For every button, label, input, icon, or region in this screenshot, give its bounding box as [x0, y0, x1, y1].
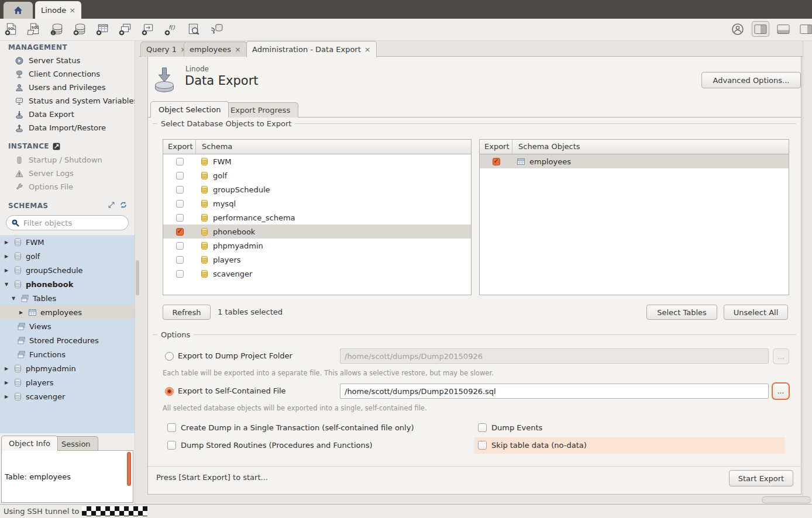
- browse-file-button[interactable]: ...: [772, 382, 790, 400]
- refresh-schemas-icon[interactable]: [119, 201, 128, 209]
- schema-row[interactable]: groupSchedule: [163, 182, 471, 196]
- create-view-icon[interactable]: [118, 21, 133, 37]
- export-checkbox[interactable]: [176, 242, 184, 250]
- export-checkbox-checked[interactable]: [493, 158, 500, 165]
- server-logs-icon: [15, 170, 23, 178]
- tree-item-stored-procedures-folder[interactable]: Stored Procedures: [0, 333, 135, 347]
- tree-item-schema[interactable]: ▶groupSchedule: [0, 263, 135, 277]
- sidebar: MANAGEMENT Server Status Client Connecti…: [0, 41, 135, 504]
- notifications-icon[interactable]: [729, 21, 746, 37]
- tree-item-schema[interactable]: ▶golf: [0, 249, 135, 263]
- tab-object-selection[interactable]: Object Selection: [150, 101, 229, 118]
- export-checkbox[interactable]: [176, 200, 184, 208]
- toggle-sidebar-button[interactable]: [752, 21, 769, 37]
- filter-objects-input[interactable]: [23, 219, 123, 227]
- schema-row[interactable]: golf: [163, 168, 471, 182]
- toggle-output-panel-button[interactable]: [775, 21, 792, 37]
- create-table-icon[interactable]: [95, 21, 110, 37]
- sidebar-item-users-privileges[interactable]: Users and Privileges: [0, 81, 135, 94]
- schema-table-header: Export Schema: [163, 140, 471, 154]
- self-contained-path-input[interactable]: [340, 384, 769, 399]
- create-function-icon[interactable]: f(): [163, 21, 178, 37]
- connection-tab[interactable]: Linode ×: [35, 1, 81, 19]
- expander-icon[interactable]: ▶: [3, 240, 10, 245]
- schema-icon: [13, 266, 22, 275]
- tab-object-info[interactable]: Object Info: [1, 436, 58, 451]
- expander-icon[interactable]: ▶: [3, 366, 10, 371]
- single-transaction-checkbox[interactable]: [167, 423, 176, 432]
- schema-row[interactable]: FWM: [163, 154, 471, 168]
- schema-row-selected[interactable]: phonebook: [163, 225, 471, 239]
- search-table-data-icon[interactable]: [186, 21, 201, 37]
- toggle-secondary-sidebar-button[interactable]: [797, 21, 812, 37]
- sidebar-item-data-export[interactable]: Data Export: [0, 108, 135, 121]
- create-procedure-icon[interactable]: [140, 21, 156, 37]
- reconnect-db-icon[interactable]: [209, 21, 224, 37]
- expander-icon[interactable]: ▶: [3, 394, 10, 399]
- dump-project-folder-radio[interactable]: [165, 352, 174, 361]
- advanced-options-button[interactable]: Advanced Options...: [701, 72, 801, 88]
- expander-icon[interactable]: ▶: [3, 254, 10, 259]
- tree-item-schema[interactable]: ▶players: [0, 375, 135, 389]
- schema-row[interactable]: scavenger: [163, 267, 471, 281]
- tab-session[interactable]: Session: [54, 436, 98, 451]
- tree-item-schema-phonebook[interactable]: ▼phonebook: [0, 277, 135, 291]
- expander-icon[interactable]: ▶: [3, 380, 10, 385]
- export-checkbox-checked[interactable]: [176, 228, 184, 236]
- tab-employees[interactable]: employees×: [184, 42, 247, 57]
- sidebar-item-server-status[interactable]: Server Status: [0, 54, 135, 67]
- main-horizontal-scrollbar-thumb[interactable]: [762, 496, 811, 503]
- tree-item-views-folder[interactable]: Views: [0, 319, 135, 333]
- open-sql-script-icon[interactable]: SQL: [26, 21, 42, 37]
- start-export-button[interactable]: Start Export: [729, 470, 793, 486]
- export-checkbox[interactable]: [176, 158, 184, 165]
- tree-item-functions-folder[interactable]: Functions: [0, 347, 135, 361]
- expander-icon[interactable]: ▶: [18, 310, 25, 315]
- schema-row[interactable]: phpmyadmin: [163, 239, 471, 253]
- schema-row[interactable]: mysql: [163, 196, 471, 210]
- functions-folder-icon: [17, 350, 26, 359]
- expander-icon[interactable]: ▼: [3, 282, 10, 287]
- status-bar-text: Using SSH tunnel to: [4, 507, 80, 516]
- refresh-button[interactable]: Refresh: [163, 305, 211, 320]
- export-checkbox[interactable]: [176, 256, 184, 264]
- expand-schemas-icon[interactable]: [108, 201, 115, 209]
- schema-row[interactable]: performance_schema: [163, 210, 471, 225]
- tree-item-table-employees[interactable]: ▶employees: [0, 305, 135, 319]
- self-contained-file-radio[interactable]: [165, 387, 174, 396]
- tab-administration-data-export[interactable]: Administration - Data Export×: [246, 41, 377, 57]
- schema-inspector-icon[interactable]: i: [49, 21, 64, 37]
- expander-icon[interactable]: ▶: [3, 268, 10, 273]
- new-sql-tab-icon[interactable]: SQL: [4, 21, 19, 37]
- sidebar-item-data-import[interactable]: Data Import/Restore: [0, 121, 135, 134]
- export-checkbox[interactable]: [176, 214, 184, 222]
- tree-item-schema[interactable]: ▶scavenger: [0, 389, 135, 403]
- dump-events-checkbox[interactable]: [478, 423, 487, 432]
- sidebar-item-status-variables[interactable]: Status and System Variables: [0, 94, 135, 108]
- select-tables-button[interactable]: Select Tables: [646, 305, 717, 320]
- expander-icon[interactable]: ▼: [10, 296, 17, 301]
- skip-table-data-checkbox[interactable]: [478, 441, 487, 450]
- sidebar-item-client-connections[interactable]: Client Connections: [0, 67, 135, 81]
- close-icon[interactable]: ×: [69, 6, 75, 15]
- create-schema-icon[interactable]: [72, 21, 87, 37]
- export-checkbox[interactable]: [176, 186, 184, 194]
- tree-item-schema[interactable]: ▶phpmyadmin: [0, 361, 135, 375]
- dump-stored-routines-checkbox[interactable]: [167, 441, 176, 450]
- client-connections-icon: [15, 70, 23, 78]
- schema-row[interactable]: players: [163, 253, 471, 267]
- object-info-scrollbar-thumb[interactable]: [127, 452, 131, 486]
- tree-item-tables-folder[interactable]: ▼Tables: [0, 291, 135, 305]
- svg-text:i: i: [53, 30, 54, 36]
- main-vertical-scrollbar-track[interactable]: [803, 41, 812, 504]
- tab-export-progress[interactable]: Export Progress: [222, 102, 298, 118]
- home-tab[interactable]: [4, 2, 33, 19]
- connection-name: Linode: [185, 65, 209, 73]
- tree-item-schema[interactable]: ▶FWM: [0, 235, 135, 249]
- object-row-selected[interactable]: employees: [480, 154, 789, 168]
- export-checkbox[interactable]: [176, 172, 184, 179]
- close-icon[interactable]: ×: [364, 45, 371, 54]
- close-icon[interactable]: ×: [235, 45, 241, 54]
- unselect-all-button[interactable]: Unselect All: [724, 305, 788, 320]
- export-checkbox[interactable]: [176, 270, 184, 278]
